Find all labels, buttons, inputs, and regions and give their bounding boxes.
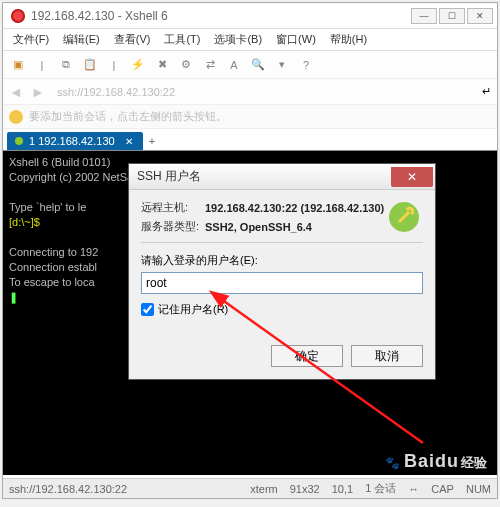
menu-edit[interactable]: 编辑(E) (57, 30, 106, 49)
connect-icon[interactable]: ⚡ (129, 56, 147, 74)
help-icon[interactable]: ? (297, 56, 315, 74)
dialog-separator (141, 242, 423, 243)
term-line3: Type `help' to le (9, 201, 86, 213)
menu-file[interactable]: 文件(F) (7, 30, 55, 49)
window-buttons: — ☐ ✕ (411, 8, 493, 24)
menu-tabs[interactable]: 选项卡(B) (208, 30, 268, 49)
watermark-main: Baidu (404, 451, 459, 472)
session-status-icon (15, 137, 23, 145)
go-icon[interactable]: ↵ (482, 85, 491, 98)
status-sess: 1 会话 (365, 481, 396, 496)
maximize-button[interactable]: ☐ (439, 8, 465, 24)
session-tab-label: 1 192.168.42.130 (29, 135, 115, 147)
watermark: 🐾 Baidu 经验 (385, 451, 487, 472)
close-button[interactable]: ✕ (467, 8, 493, 24)
app-icon (11, 9, 25, 23)
username-input[interactable] (141, 272, 423, 294)
menu-view[interactable]: 查看(V) (108, 30, 157, 49)
address-bar: ◄ ► ssh://192.168.42.130:22 ↵ (3, 79, 497, 105)
status-term: xterm (250, 483, 278, 495)
more-icon[interactable]: ▾ (273, 56, 291, 74)
term-line1: Xshell 6 (Build 0101) (9, 156, 111, 168)
server-type-value: SSH2, OpenSSH_6.4 (205, 221, 312, 233)
window-title: 192.168.42.130 - Xshell 6 (31, 9, 411, 23)
main-window: 192.168.42.130 - Xshell 6 — ☐ ✕ 文件(F) 编辑… (2, 2, 498, 499)
toolbar: ▣ | ⧉ 📋 | ⚡ ✖ ⚙ ⇄ A 🔍 ▾ ? (3, 51, 497, 79)
toolbar-sep: | (33, 56, 51, 74)
remember-checkbox-input[interactable] (141, 303, 154, 316)
tabstrip: 1 192.168.42.130 ✕ + (3, 129, 497, 151)
disconnect-icon[interactable]: ✖ (153, 56, 171, 74)
ok-button[interactable]: 确定 (271, 345, 343, 367)
server-type-label: 服务器类型: (141, 219, 205, 234)
address-input[interactable]: ssh://192.168.42.130:22 (53, 84, 476, 100)
status-size: 91x32 (290, 483, 320, 495)
term-prompt: [d:\~]$ (9, 216, 40, 228)
ssh-username-dialog: SSH 用户名 ✕ 远程主机: 192.168.42.130:22 (192.1… (128, 163, 436, 380)
font-icon[interactable]: A (225, 56, 243, 74)
status-num: NUM (466, 483, 491, 495)
minimize-button[interactable]: — (411, 8, 437, 24)
properties-icon[interactable]: ⚙ (177, 56, 195, 74)
watermark-sub: 经验 (461, 454, 487, 472)
hint-bar: 要添加当前会话，点击左侧的箭头按钮。 (3, 105, 497, 129)
find-icon[interactable]: 🔍 (249, 56, 267, 74)
tab-close-icon[interactable]: ✕ (125, 136, 133, 147)
titlebar: 192.168.42.130 - Xshell 6 — ☐ ✕ (3, 3, 497, 29)
remote-host-label: 远程主机: (141, 200, 205, 215)
statusbar: ssh://192.168.42.130:22 xterm 91x32 10,1… (3, 478, 497, 498)
term-line6: Connection establ (9, 261, 97, 273)
status-host: ssh://192.168.42.130:22 (9, 483, 127, 495)
menu-tools[interactable]: 工具(T) (158, 30, 206, 49)
session-tab[interactable]: 1 192.168.42.130 ✕ (7, 132, 143, 150)
paw-icon: 🐾 (385, 456, 400, 470)
paste-icon[interactable]: 📋 (81, 56, 99, 74)
cancel-button[interactable]: 取消 (351, 345, 423, 367)
menu-help[interactable]: 帮助(H) (324, 30, 373, 49)
status-cap: CAP (431, 483, 454, 495)
remember-username-checkbox[interactable]: 记住用户名(R) (141, 302, 423, 317)
remember-label: 记住用户名(R) (158, 302, 228, 317)
term-cursor: ❚ (9, 291, 18, 303)
back-icon[interactable]: ◄ (9, 84, 25, 100)
username-prompt: 请输入登录的用户名(E): (141, 253, 423, 268)
forward-icon[interactable]: ► (31, 84, 47, 100)
status-pos: 10,1 (332, 483, 353, 495)
status-link-icon: ↔ (408, 483, 419, 495)
tab-add-button[interactable]: + (143, 132, 161, 150)
dialog-titlebar: SSH 用户名 ✕ (129, 164, 435, 190)
dialog-close-button[interactable]: ✕ (391, 167, 433, 187)
new-session-icon[interactable]: ▣ (9, 56, 27, 74)
dialog-buttons: 确定 取消 (141, 345, 423, 367)
key-icon (387, 200, 421, 234)
hint-text: 要添加当前会话，点击左侧的箭头按钮。 (29, 109, 227, 124)
transfer-icon[interactable]: ⇄ (201, 56, 219, 74)
menu-window[interactable]: 窗口(W) (270, 30, 322, 49)
dialog-body: 远程主机: 192.168.42.130:22 (192.168.42.130)… (129, 190, 435, 379)
remote-host-value: 192.168.42.130:22 (192.168.42.130) (205, 202, 384, 214)
menubar: 文件(F) 编辑(E) 查看(V) 工具(T) 选项卡(B) 窗口(W) 帮助(… (3, 29, 497, 51)
dialog-title: SSH 用户名 (137, 168, 391, 185)
toolbar-sep2: | (105, 56, 123, 74)
term-line5: Connecting to 192 (9, 246, 98, 258)
copy-icon[interactable]: ⧉ (57, 56, 75, 74)
bulb-icon (9, 110, 23, 124)
term-line7: To escape to loca (9, 276, 95, 288)
